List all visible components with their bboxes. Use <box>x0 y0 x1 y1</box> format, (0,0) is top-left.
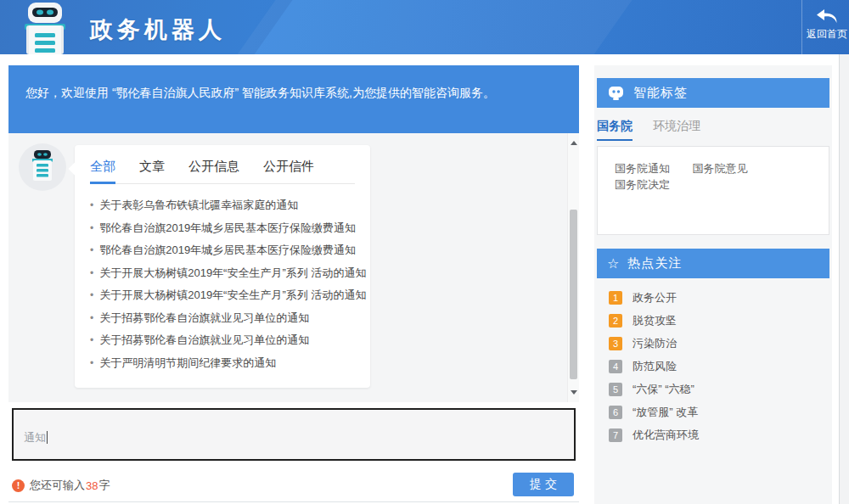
notice-link[interactable]: 关于招募鄂伦春自治旗就业见习单位的通知 <box>90 307 355 330</box>
welcome-message: 您好，欢迎使用 “鄂伦春自治旗人民政府” 智能政务知识库系统,为您提供的智能咨询… <box>25 86 495 99</box>
hot-topic-label: “放管服” 改革 <box>633 405 698 420</box>
tab-public-letters[interactable]: 公开信件 <box>263 159 314 175</box>
hot-topic-label: 脱贫攻坚 <box>633 313 677 328</box>
smart-tags-header: 智能标签 <box>597 78 829 108</box>
hot-topic-label: 优化营商环境 <box>633 428 699 443</box>
tag-link[interactable]: 国务院决定 <box>615 177 670 193</box>
rank-badge: 2 <box>609 314 622 328</box>
tab-public-info[interactable]: 公开信息 <box>188 159 239 175</box>
notice-link[interactable]: 鄂伦春自治旗2019年城乡居民基本医疗保险缴费通知 <box>90 217 355 240</box>
tag-box: 国务院通知 国务院意见 国务院决定 <box>597 146 829 235</box>
scrollbar-thumb[interactable] <box>570 210 577 379</box>
char-counter: ! 您还可输入 38 字 <box>12 478 110 493</box>
hot-topic-item[interactable]: 3 污染防治 <box>609 332 821 355</box>
hot-topic-item[interactable]: 4 防范风险 <box>609 355 821 378</box>
page-scrollbar[interactable] <box>839 54 849 504</box>
counter-suffix: 字 <box>98 478 110 493</box>
robot-head-icon <box>607 85 625 101</box>
back-home-button[interactable]: 返回首页 <box>805 3 849 53</box>
star-icon: ☆ <box>607 255 619 272</box>
rank-badge: 6 <box>609 406 622 419</box>
tab-all[interactable]: 全部 <box>90 159 115 175</box>
hot-topic-item[interactable]: 6 “放管服” 改革 <box>609 400 821 423</box>
notice-link[interactable]: 关于开展大杨树镇2019年“安全生产月”系列 活动的通知 <box>90 262 355 285</box>
hot-topic-label: 防范风险 <box>633 359 677 374</box>
smart-tags-title: 智能标签 <box>633 85 688 101</box>
composer: 通知 ! 您还可输入 38 字 提交 <box>8 402 579 502</box>
header-decor <box>216 0 649 54</box>
robot-avatar-icon <box>31 150 54 182</box>
submit-button[interactable]: 提交 <box>513 473 574 496</box>
tab-state-council[interactable]: 国务院 <box>597 119 633 141</box>
rank-badge: 1 <box>609 291 622 305</box>
speech-pointer <box>69 162 83 176</box>
hot-topic-item[interactable]: 5 “六保” “六稳” <box>609 378 821 400</box>
tab-environment[interactable]: 环境治理 <box>653 119 700 141</box>
text-caret <box>47 431 48 444</box>
bot-avatar <box>19 143 66 191</box>
app-title: 政务机器人 <box>90 14 226 45</box>
tag-link[interactable]: 国务院通知 <box>615 161 670 176</box>
rank-badge: 5 <box>609 383 622 396</box>
rank-badge: 3 <box>609 337 622 350</box>
tab-articles[interactable]: 文章 <box>139 159 165 175</box>
hot-topic-item[interactable]: 2 脱贫攻坚 <box>609 309 821 332</box>
notice-link[interactable]: 关于招募鄂伦春自治旗就业见习单位的通知 <box>90 329 355 352</box>
chat-region: 全部 文章 公开信息 公开信件 关于表彰乌鲁布铁镇北疆幸福家庭的通知 鄂伦春自治… <box>8 133 579 402</box>
hot-topics-title: 热点关注 <box>627 255 682 272</box>
welcome-banner: 您好，欢迎使用 “鄂伦春自治旗人民政府” 智能政务知识库系统,为您提供的智能咨询… <box>8 65 579 133</box>
notice-link[interactable]: 关于表彰乌鲁布铁镇北疆幸福家庭的通知 <box>90 194 355 217</box>
chat-scrollbar[interactable] <box>567 133 579 402</box>
hot-topics-header: ☆ 热点关注 <box>597 249 829 278</box>
warning-icon: ! <box>12 479 25 492</box>
message-input-value: 通知 <box>24 431 46 444</box>
smart-tags-tabs: 国务院 环境治理 <box>597 119 700 141</box>
message-input[interactable]: 通知 <box>12 408 576 461</box>
scroll-up-icon[interactable] <box>571 141 577 145</box>
hot-topics-list: 1 政务公开 2 脱贫攻坚 3 污染防治 4 防范风险 5 “六保” “六稳” … <box>609 286 821 446</box>
robot-logo-icon <box>12 2 78 54</box>
counter-prefix: 您还可输入 <box>30 478 85 493</box>
hot-topic-item[interactable]: 1 政务公开 <box>609 286 821 309</box>
hot-topic-label: 污染防治 <box>633 336 677 351</box>
screen: 政务机器人 返回首页 您好，欢迎使用 “鄂伦春自治旗人民政府” 智能政务知识库系… <box>0 0 849 504</box>
header-divider <box>801 0 802 54</box>
rank-badge: 7 <box>609 428 622 442</box>
notice-list: 关于表彰乌鲁布铁镇北疆幸福家庭的通知 鄂伦春自治旗2019年城乡居民基本医疗保险… <box>90 194 355 374</box>
counter-number: 38 <box>86 479 98 492</box>
scroll-down-icon[interactable] <box>571 390 577 395</box>
result-tabs: 全部 文章 公开信息 公开信件 <box>90 159 355 184</box>
hot-topic-item[interactable]: 7 优化营商环境 <box>609 423 821 446</box>
notice-link[interactable]: 关于开展大杨树镇2019年“安全生产月”系列 活动的通知 <box>90 284 355 307</box>
bot-message-card: 全部 文章 公开信息 公开信件 关于表彰乌鲁布铁镇北疆幸福家庭的通知 鄂伦春自治… <box>75 145 370 388</box>
notice-link[interactable]: 鄂伦春自治旗2019年城乡居民基本医疗保险缴费通知 <box>90 239 355 262</box>
notice-link[interactable]: 关于严明清明节期间纪律要求的通知 <box>90 352 355 375</box>
tag-link[interactable]: 国务院意见 <box>692 161 747 176</box>
hot-topic-label: 政务公开 <box>633 290 677 305</box>
back-arrow-icon <box>814 7 840 25</box>
sidebar: 智能标签 国务院 环境治理 国务院通知 国务院意见 国务院决定 ☆ 热点关注 1… <box>594 65 832 504</box>
app-header: 政务机器人 返回首页 <box>0 0 849 54</box>
hot-topic-label: “六保” “六稳” <box>633 382 694 397</box>
rank-badge: 4 <box>609 360 622 373</box>
composer-footer: ! 您还可输入 38 字 提交 <box>12 473 576 498</box>
back-home-label: 返回首页 <box>805 27 849 42</box>
